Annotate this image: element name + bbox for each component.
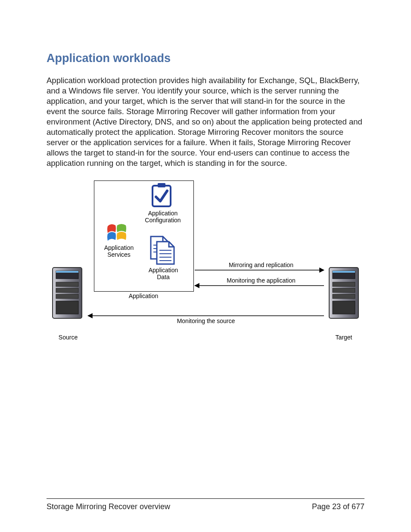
arrow-label-monitor-source: Monitoring the source [159, 317, 253, 324]
footer-right: Page 23 of 677 [312, 502, 364, 511]
arrow-label-mirroring: Mirroring and replication [214, 261, 308, 268]
arrow-label-monitor-app: Monitoring the application [214, 277, 308, 284]
footer-left: Storage Mirroring Recover overview [47, 502, 170, 511]
document-page: Application workloads Application worklo… [0, 0, 411, 532]
page-heading: Application workloads [47, 52, 364, 65]
diagram-arrows [47, 179, 364, 351]
workload-diagram: Source Target Application A [47, 179, 364, 351]
page-footer: Storage Mirroring Recover overview Page … [47, 498, 364, 511]
body-paragraph: Application workload protection provides… [47, 75, 364, 168]
footer-divider [47, 498, 364, 499]
